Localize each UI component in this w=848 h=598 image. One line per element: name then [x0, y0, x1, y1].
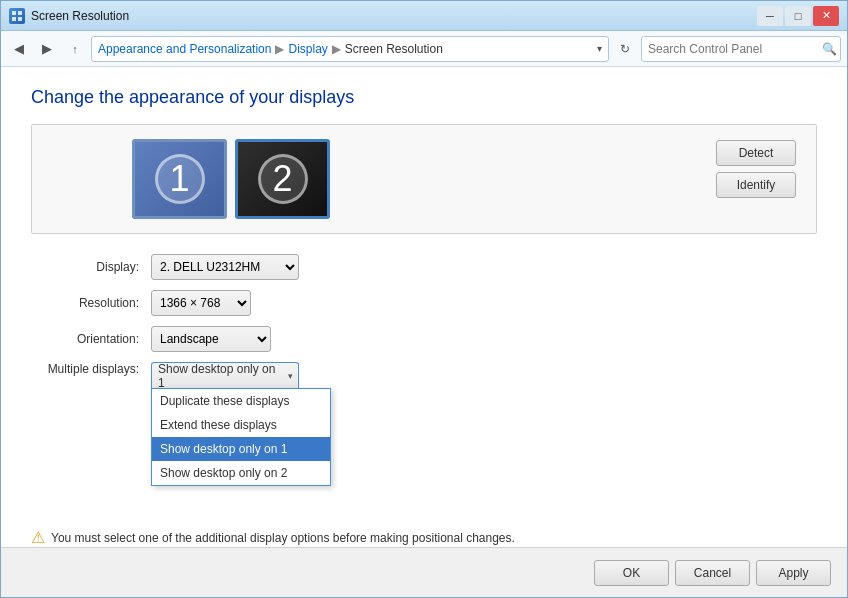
multiple-displays-row: Multiple displays: Show desktop only on … — [31, 362, 817, 388]
dropdown-item-extend[interactable]: Extend these displays — [152, 413, 330, 437]
warning-text: You must select one of the additional di… — [51, 531, 515, 545]
title-bar: Screen Resolution ─ □ ✕ — [1, 1, 847, 31]
dropdown-arrow-icon: ▾ — [288, 371, 293, 381]
detect-button[interactable]: Detect — [716, 140, 796, 166]
breadcrumb-sep-1: ▶ — [275, 42, 284, 56]
search-wrapper: 🔍 — [641, 36, 841, 62]
maximize-button[interactable]: □ — [785, 6, 811, 26]
app-icon — [9, 8, 25, 24]
window-title: Screen Resolution — [31, 9, 129, 23]
title-bar-left: Screen Resolution — [9, 8, 129, 24]
orientation-row: Orientation: Landscape — [31, 326, 817, 352]
breadcrumb-current: Screen Resolution — [345, 42, 443, 56]
address-bar: ◀ ▶ ↑ Appearance and Personalization ▶ D… — [1, 31, 847, 67]
search-input[interactable] — [641, 36, 841, 62]
breadcrumb-display[interactable]: Display — [288, 42, 327, 56]
warning-row: ⚠ You must select one of the additional … — [31, 528, 817, 547]
dropdown-item-show2[interactable]: Show desktop only on 2 — [152, 461, 330, 485]
resolution-row: Resolution: 1366 × 768 — [31, 290, 817, 316]
page-title: Change the appearance of your displays — [31, 87, 817, 108]
minimize-button[interactable]: ─ — [757, 6, 783, 26]
display-control: 2. DELL U2312HM — [151, 254, 299, 280]
display-number-2: 2 — [258, 154, 308, 204]
apply-button[interactable]: Apply — [756, 560, 831, 586]
multiple-displays-label: Multiple displays: — [31, 362, 151, 376]
svg-rect-0 — [12, 11, 16, 15]
svg-rect-1 — [18, 11, 22, 15]
svg-rect-2 — [12, 17, 16, 21]
search-button[interactable]: 🔍 — [822, 42, 837, 56]
breadcrumb-sep-2: ▶ — [332, 42, 341, 56]
display-label: Display: — [31, 260, 151, 274]
refresh-button[interactable]: ↻ — [613, 37, 637, 61]
display-monitor-2[interactable]: 2 — [235, 139, 330, 219]
dropdown-item-duplicate[interactable]: Duplicate these displays — [152, 389, 330, 413]
ok-button[interactable]: OK — [594, 560, 669, 586]
display-actions: Detect Identify — [716, 140, 796, 198]
main-content: Change the appearance of your displays 1… — [1, 67, 847, 549]
dropdown-item-show1[interactable]: Show desktop only on 1 — [152, 437, 330, 461]
orientation-select[interactable]: Landscape — [151, 326, 271, 352]
settings-section: Display: 2. DELL U2312HM Resolution: 136… — [31, 254, 817, 388]
breadcrumb: Appearance and Personalization ▶ Display… — [91, 36, 609, 62]
cancel-button[interactable]: Cancel — [675, 560, 750, 586]
up-button[interactable]: ↑ — [63, 37, 87, 61]
multiple-displays-control: Show desktop only on 1 ▾ Duplicate these… — [151, 362, 299, 388]
resolution-select[interactable]: 1366 × 768 — [151, 290, 251, 316]
title-controls: ─ □ ✕ — [757, 6, 839, 26]
selected-value: Show desktop only on 1 — [158, 362, 278, 390]
orientation-label: Orientation: — [31, 332, 151, 346]
display-monitor-1[interactable]: 1 — [132, 139, 227, 219]
resolution-label: Resolution: — [31, 296, 151, 310]
display-select[interactable]: 2. DELL U2312HM — [151, 254, 299, 280]
breadcrumb-dropdown-btn[interactable]: ▾ — [597, 43, 602, 54]
breadcrumb-appearance[interactable]: Appearance and Personalization — [98, 42, 271, 56]
warning-icon: ⚠ — [31, 528, 45, 547]
multiple-displays-selected[interactable]: Show desktop only on 1 ▾ — [151, 362, 299, 388]
display-number-1: 1 — [155, 154, 205, 204]
display-row: Display: 2. DELL U2312HM — [31, 254, 817, 280]
back-button[interactable]: ◀ — [7, 37, 31, 61]
close-button[interactable]: ✕ — [813, 6, 839, 26]
dropdown-list: Duplicate these displays Extend these di… — [151, 388, 331, 486]
display-preview-area: 1 2 Detect Identify — [31, 124, 817, 234]
forward-button[interactable]: ▶ — [35, 37, 59, 61]
orientation-control: Landscape — [151, 326, 271, 352]
resolution-control: 1366 × 768 — [151, 290, 251, 316]
svg-rect-3 — [18, 17, 22, 21]
displays-container: 1 2 — [132, 139, 330, 219]
footer: OK Cancel Apply — [1, 547, 847, 597]
identify-button[interactable]: Identify — [716, 172, 796, 198]
